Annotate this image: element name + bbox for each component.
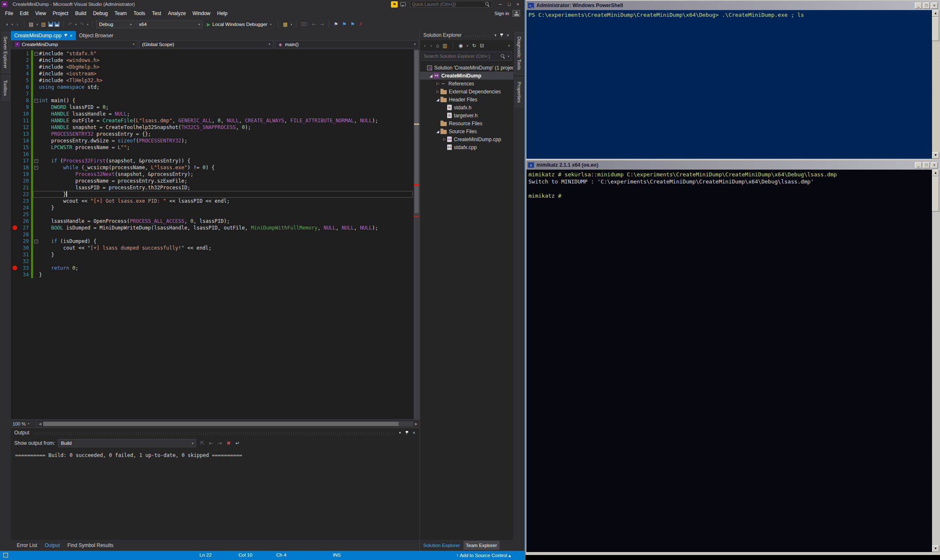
tree-item-source-files[interactable]: ◢Source Files <box>420 127 513 135</box>
collapse-toggle-icon[interactable]: - <box>34 159 38 163</box>
code-text[interactable]: PROCESSENTRY32 processEntry = {}; <box>39 131 151 137</box>
code-text[interactable]: DWORD lsassPID = 0; <box>39 104 109 111</box>
minimize-button[interactable]: ─ <box>499 2 502 7</box>
breakpoint-margin[interactable] <box>11 57 18 64</box>
code-line[interactable]: 17- if (Process32First(snapshot, &proces… <box>11 157 414 164</box>
fold-margin[interactable]: - <box>33 97 39 104</box>
chevron-collapsed-icon[interactable]: ▷ <box>442 137 447 141</box>
code-text[interactable]: #include <TlHelp32.h> <box>39 77 103 84</box>
chevron-collapsed-icon[interactable]: ▷ <box>435 90 440 93</box>
code-line[interactable]: 23 wcout << "[+] Got lsass.exe PID: " <<… <box>11 198 414 204</box>
tree-item-createminidump[interactable]: ◢++CreateMiniDump <box>420 72 513 80</box>
fold-margin[interactable] <box>33 57 39 64</box>
document-tab[interactable]: Object Browser <box>76 31 117 40</box>
tree-item-external-dependencies[interactable]: ▷External Dependencies <box>420 88 513 95</box>
fold-margin[interactable] <box>33 104 39 111</box>
nav-scope-combo[interactable]: (Global Scope) ▾ <box>139 40 273 48</box>
chevron-expanded-icon[interactable]: ◢ <box>428 74 434 78</box>
feedback-icon[interactable] <box>400 2 406 6</box>
collapse-toggle-icon[interactable]: - <box>34 166 38 170</box>
indent-decrease-icon[interactable]: ⇤ <box>311 21 317 28</box>
forward-icon[interactable]: ◗ <box>430 43 432 49</box>
minimize-button[interactable]: _ <box>915 3 922 9</box>
next-bookmark-icon[interactable]: ⚑ <box>349 21 356 28</box>
refresh-icon[interactable]: ↻ <box>472 43 476 49</box>
breakpoint-margin[interactable] <box>11 218 18 225</box>
fold-margin[interactable] <box>33 117 39 124</box>
solution-explorer-search-input[interactable] <box>424 54 499 59</box>
scroll-right-icon[interactable]: ▶ <box>414 422 419 426</box>
close-button[interactable]: × <box>931 3 938 9</box>
nav-member-combo[interactable]: ◈ main() ▾ <box>275 40 419 48</box>
fold-margin[interactable] <box>33 111 39 117</box>
panel-tab-error-list[interactable]: Error List <box>13 540 41 550</box>
collapse-toggle-icon[interactable]: - <box>34 99 38 103</box>
collapse-toggle-icon[interactable]: - <box>34 240 38 243</box>
fold-margin[interactable] <box>33 171 39 178</box>
scroll-up-icon[interactable]: ▲ <box>932 170 939 176</box>
bookmark-icon[interactable]: ⚑ <box>332 21 339 28</box>
breakpoint-margin[interactable] <box>11 144 18 151</box>
previous-message-icon[interactable]: ⇤ <box>208 440 214 446</box>
code-line[interactable]: 5#include <TlHelp32.h> <box>11 77 414 84</box>
fold-margin[interactable] <box>33 70 39 77</box>
code-text[interactable]: #include <iostream> <box>39 70 96 77</box>
menu-team[interactable]: Team <box>111 9 130 18</box>
redo-icon[interactable]: ↷ <box>78 21 85 28</box>
tree-item-solution-createminidump-1-project-[interactable]: Solution 'CreateMiniDump' (1 project) <box>420 64 513 72</box>
breakpoint-margin[interactable] <box>11 265 18 271</box>
code-line[interactable]: 16 <box>11 151 414 157</box>
fold-margin[interactable] <box>33 225 39 231</box>
fold-margin[interactable] <box>33 258 39 265</box>
menu-view[interactable]: View <box>32 9 49 18</box>
chevron-down-icon[interactable]: ▾ <box>466 44 469 48</box>
tree-item-createminidump.cpp[interactable]: ▷++CreateMiniDump.cpp <box>420 135 513 143</box>
code-text[interactable]: LPCWSTR processName = L""; <box>39 144 130 151</box>
collapse-all-icon[interactable]: ⊟ <box>480 43 484 49</box>
code-line[interactable]: 30 cout << "[+] lsass dumped successfull… <box>11 245 414 251</box>
word-wrap-icon[interactable]: ↵ <box>235 440 241 446</box>
menu-edit[interactable]: Edit <box>16 9 32 18</box>
tree-item-targetver.h[interactable]: htargetver.h <box>420 111 513 119</box>
code-line[interactable]: 18- while (_wcsicmp(processName, L"lsass… <box>11 164 414 171</box>
step-over-icon[interactable]: ⌦ <box>300 21 309 28</box>
new-file-icon[interactable]: ▤ <box>28 21 35 28</box>
code-line[interactable]: 28 <box>11 231 414 238</box>
breakpoint-margin[interactable] <box>11 245 18 251</box>
scroll-up-icon[interactable]: ▲ <box>932 10 939 17</box>
toolbar-overflow-icon[interactable]: ▾ <box>290 23 293 26</box>
breakpoint-margin[interactable] <box>11 251 18 258</box>
code-text[interactable]: } <box>39 271 42 278</box>
new-file-dropdown-icon[interactable]: ▾ <box>36 23 39 26</box>
code-text[interactable]: Process32Next(snapshot, &processEntry); <box>39 171 193 178</box>
code-text[interactable]: BOOL isDumped = MiniDumpWriteDump(lsassH… <box>39 225 378 231</box>
fold-margin[interactable] <box>33 245 39 251</box>
fold-margin[interactable] <box>33 251 39 258</box>
menu-tools[interactable]: Tools <box>130 9 149 18</box>
code-line[interactable]: 12 HANDLE snapshot = CreateToolhelp32Sna… <box>11 124 414 131</box>
maximize-button[interactable]: □ <box>923 3 930 9</box>
fold-margin[interactable] <box>33 178 39 184</box>
scrollbar-thumb[interactable] <box>932 176 939 212</box>
menu-file[interactable]: File <box>2 9 16 18</box>
powershell-scrollbar[interactable]: ▲ ▼ <box>932 10 939 159</box>
output-panel-header[interactable]: Output ▾ × <box>11 428 420 437</box>
mimikatz-content[interactable]: mimikatz # sekurlsa::minidump C:\experim… <box>526 170 932 552</box>
tree-item-stdafx.h[interactable]: hstdafx.h <box>420 103 513 111</box>
breakpoint-margin[interactable] <box>11 104 18 111</box>
toolbar-overflow-icon[interactable]: » <box>508 44 510 48</box>
breakpoint-margin[interactable] <box>11 184 18 191</box>
code-editor[interactable]: 1-#include "stdafx.h"2#include <windows.… <box>11 49 420 419</box>
scrollbar-track[interactable] <box>932 41 939 152</box>
save-all-icon[interactable] <box>54 22 60 27</box>
menu-test[interactable]: Test <box>149 9 165 18</box>
mimikatz-title-bar[interactable]: λ mimikatz 2.1.1 x64 (oe.eo) _ □ × <box>526 160 939 170</box>
window-position-icon[interactable]: ▾ <box>494 33 497 37</box>
code-text[interactable]: int main() { <box>39 97 75 104</box>
panel-tab-find-symbol-results[interactable]: Find Symbol Results <box>64 540 117 550</box>
pending-changes-filter-icon[interactable]: ◉ <box>458 43 463 49</box>
attach-to-process-icon[interactable]: ▩ <box>282 21 289 28</box>
code-line[interactable]: 25 <box>11 211 414 218</box>
fold-margin[interactable] <box>33 204 39 211</box>
close-button[interactable]: × <box>517 2 519 7</box>
